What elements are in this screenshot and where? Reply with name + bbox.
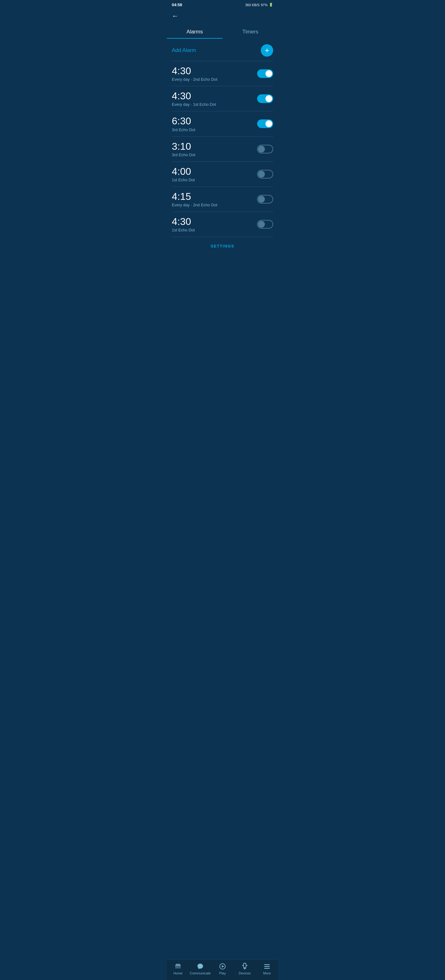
alarm-desc: 3rd Echo Dot	[172, 127, 257, 132]
back-arrow-icon: ←	[172, 12, 179, 20]
alarm-info: 6:30 3rd Echo Dot	[172, 116, 257, 132]
status-bar: 04:58 360 KB/S 97% 🔋	[167, 0, 278, 8]
add-alarm-button[interactable]: +	[261, 44, 273, 57]
alarm-toggle[interactable]	[257, 195, 273, 204]
status-speed: 360 KB/S	[245, 3, 259, 7]
alarm-info: 4:30 Every day · 2nd Echo Dot	[172, 65, 257, 82]
alarm-info: 4:30 Every day · 1st Echo Dot	[172, 91, 257, 107]
tab-timers[interactable]: Timers	[223, 25, 278, 39]
alarm-desc: Every day · 2nd Echo Dot	[172, 77, 257, 82]
alarm-item[interactable]: 4:00 1st Echo Dot	[172, 162, 273, 186]
toggle-knob	[258, 196, 265, 203]
alarm-item[interactable]: 4:30 1st Echo Dot	[172, 212, 273, 237]
toggle-knob	[266, 95, 272, 102]
alarm-item[interactable]: 4:30 Every day · 2nd Echo Dot	[172, 61, 273, 86]
alarm-desc: 1st Echo Dot	[172, 228, 257, 232]
alarm-toggle[interactable]	[257, 145, 273, 153]
alarm-time: 4:15	[172, 191, 257, 202]
settings-label: SETTINGS	[211, 244, 234, 248]
alarm-time: 3:10	[172, 141, 257, 152]
alarm-time: 4:30	[172, 91, 257, 102]
toggle-knob	[258, 171, 265, 178]
toggle-knob	[258, 146, 265, 153]
status-right: 360 KB/S 97% 🔋	[245, 3, 273, 7]
alarm-toggle[interactable]	[257, 220, 273, 229]
alarm-item[interactable]: 3:10 3rd Echo Dot	[172, 137, 273, 161]
tabs-container: Alarms Timers	[167, 25, 278, 39]
alarm-info: 3:10 3rd Echo Dot	[172, 141, 257, 157]
alarm-toggle[interactable]	[257, 170, 273, 178]
spacer	[172, 255, 273, 280]
alarm-info: 4:30 1st Echo Dot	[172, 216, 257, 232]
toggle-knob	[266, 70, 272, 77]
alarm-toggle[interactable]	[257, 119, 273, 128]
battery-icon: 🔋	[269, 3, 273, 7]
alarm-time: 6:30	[172, 116, 257, 127]
back-button[interactable]: ←	[167, 8, 278, 22]
settings-row[interactable]: SETTINGS	[172, 237, 273, 255]
alarm-item[interactable]: 4:30 Every day · 1st Echo Dot	[172, 86, 273, 111]
alarm-desc: 3rd Echo Dot	[172, 153, 257, 157]
alarm-time: 4:00	[172, 166, 257, 177]
alarm-desc: Every day · 1st Echo Dot	[172, 102, 257, 107]
content-area: Add Alarm + 4:30 Every day · 2nd Echo Do…	[167, 39, 278, 280]
alarm-desc: 1st Echo Dot	[172, 178, 257, 182]
alarm-time: 4:30	[172, 216, 257, 227]
add-alarm-row: Add Alarm +	[172, 39, 273, 61]
add-alarm-text[interactable]: Add Alarm	[172, 47, 196, 54]
alarm-item[interactable]: 6:30 3rd Echo Dot	[172, 111, 273, 136]
alarm-toggle[interactable]	[257, 69, 273, 78]
status-battery: 97%	[261, 3, 268, 7]
alarm-item[interactable]: 4:15 Every day · 2nd Echo Dot	[172, 187, 273, 212]
alarm-desc: Every day · 2nd Echo Dot	[172, 203, 257, 207]
toggle-knob	[258, 221, 265, 228]
alarm-time: 4:30	[172, 65, 257, 76]
alarm-list: 4:30 Every day · 2nd Echo Dot 4:30 Every…	[172, 61, 273, 237]
alarm-toggle[interactable]	[257, 94, 273, 103]
status-time: 04:58	[172, 3, 182, 7]
alarm-info: 4:00 1st Echo Dot	[172, 166, 257, 182]
toggle-knob	[266, 120, 272, 127]
alarm-info: 4:15 Every day · 2nd Echo Dot	[172, 191, 257, 207]
tab-alarms[interactable]: Alarms	[167, 25, 223, 39]
